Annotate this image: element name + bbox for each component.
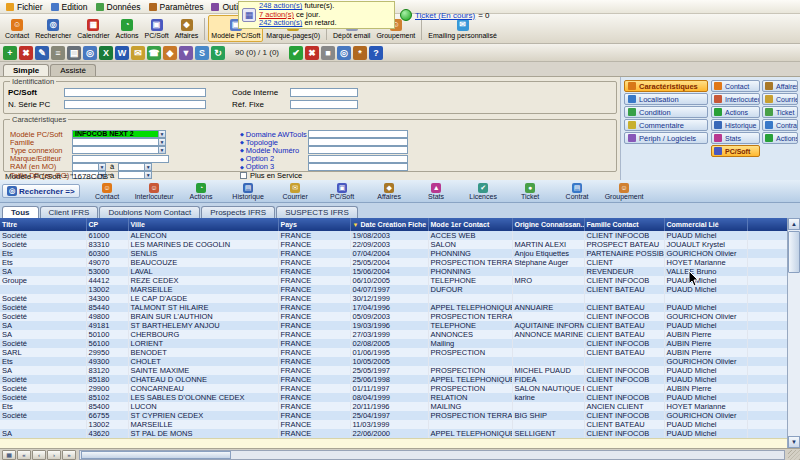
nav-link-contrat[interactable]: Contrat: [762, 119, 798, 131]
search-target-actions[interactable]: ◔Actions: [178, 181, 225, 202]
vscroll-thumb[interactable]: [788, 231, 800, 273]
scroll-up-icon[interactable]: ▲: [788, 218, 800, 230]
table-row[interactable]: SA83120SAINTE MAXIMEFRANCE25/05/1997PROS…: [0, 366, 787, 375]
table-row[interactable]: SA53000LAVALFRANCE15/06/2004PHONNINGREVE…: [0, 267, 787, 276]
panel-tab-condition[interactable]: Condition: [624, 106, 708, 118]
ref-fixe-input[interactable]: [290, 100, 358, 109]
excel-icon[interactable]: X: [99, 46, 113, 60]
chevron-down-icon[interactable]: ▼: [158, 138, 166, 146]
search-target-contrat[interactable]: ▤Contrat: [554, 181, 601, 202]
map-icon[interactable]: ◆: [163, 46, 177, 60]
table-row[interactable]: Ets49070BEAUCOUZEFRANCE25/05/2004PROSPEC…: [0, 258, 787, 267]
column-header-mode-1er-contact[interactable]: Mode 1er Contact: [428, 218, 512, 231]
column-header-cp[interactable]: CP: [86, 218, 128, 231]
settings-icon[interactable]: *: [353, 46, 367, 60]
nav-historique[interactable]: Historique: [711, 119, 760, 131]
nav-stats[interactable]: Stats: [711, 132, 760, 144]
toolbar-button-rechercher[interactable]: ◎Rechercher: [32, 15, 74, 42]
column-header-titre[interactable]: Titre: [0, 218, 86, 231]
list-tab-doublons-nom-contact[interactable]: Doublons Nom Contact: [99, 206, 200, 218]
panel-tab-localisation[interactable]: Localisation: [624, 93, 708, 105]
check-icon[interactable]: ✔: [289, 46, 303, 60]
table-row[interactable]: Société85102LES SABLES D'OLONNE CEDEXFRA…: [0, 393, 787, 402]
search-target-ticket[interactable]: ●Ticket: [507, 181, 554, 202]
toolbar-button-affaires[interactable]: ◆Affaires: [172, 15, 202, 42]
toolbar-button-contact[interactable]: ☺Contact: [2, 15, 32, 42]
table-row[interactable]: Ets85400LUCONFRANCE20/11/1996MAILINGANCI…: [0, 402, 787, 411]
list-tab-prospects-ifrs[interactable]: Prospects IFRS: [201, 206, 275, 218]
search-target-contact[interactable]: ☺Contact: [84, 181, 131, 202]
column-header-date-creation-fiche[interactable]: ▼Date Création Fiche: [350, 218, 428, 231]
table-row[interactable]: Ets60300SENLISFRANCE07/04/2004PHONNINGAn…: [0, 249, 787, 258]
horizontal-scrollbar[interactable]: [79, 450, 785, 460]
table-row[interactable]: Société83310LES MARINES DE COGOLINFRANCE…: [0, 240, 787, 249]
toolbar-button-calendrier[interactable]: ▦Calendrier: [74, 15, 112, 42]
table-row[interactable]: Société85180CHATEAU D OLONNEFRANCE25/06/…: [0, 375, 787, 384]
carac-field-combo[interactable]: ▼: [72, 138, 166, 146]
table-row[interactable]: 13002MARSEILLEFRANCE11/03/1999CLIENT BAT…: [0, 420, 787, 429]
toolbar-button-pc-soft[interactable]: ▣PC/Soft: [142, 15, 172, 42]
search-button[interactable]: ◎ Rechercher =>: [2, 184, 80, 198]
search-target-licences[interactable]: ✔Licences: [460, 181, 507, 202]
hscroll-thumb[interactable]: [81, 451, 231, 459]
table-row[interactable]: Société85440TALMONT ST HILAIREFRANCE17/0…: [0, 303, 787, 312]
carac-field-input[interactable]: [308, 130, 408, 138]
word-icon[interactable]: W: [115, 46, 129, 60]
email-icon[interactable]: ✉: [131, 46, 145, 60]
ticket-link[interactable]: Ticket (En cours): [415, 11, 475, 20]
chevron-down-icon[interactable]: ▼: [158, 130, 166, 138]
carac-field-input[interactable]: [308, 155, 408, 163]
nav-pc-soft[interactable]: PC/Soft: [711, 145, 760, 157]
column-header-famille-contact[interactable]: Famille Contact: [584, 218, 664, 231]
nav-actions[interactable]: Actions: [711, 106, 760, 118]
scroll-down-icon[interactable]: ▼: [788, 436, 800, 448]
table-row[interactable]: SA49181ST BARTHELEMY ANJOUFRANCE19/03/19…: [0, 321, 787, 330]
carac-field-input[interactable]: [308, 163, 408, 171]
table-row[interactable]: Société29900CONCARNEAUFRANCE01/11/1997PR…: [0, 384, 787, 393]
next-record-icon[interactable]: ›: [47, 450, 61, 460]
chevron-down-icon[interactable]: ▼: [144, 171, 152, 179]
table-row[interactable]: SARL29950BENODETFRANCE01/06/1995PROSPECT…: [0, 348, 787, 357]
zoom-icon[interactable]: ◎: [337, 46, 351, 60]
table-row[interactable]: Ets49300CHOLETFRANCE10/05/2005GOURICHON …: [0, 357, 787, 366]
delete-icon[interactable]: ✖: [19, 46, 33, 60]
carac-field-combo[interactable]: ▼: [72, 146, 166, 154]
search-target-courrier[interactable]: ✉Courrier: [272, 181, 319, 202]
carac-field-input[interactable]: [308, 146, 408, 154]
search-target-historique[interactable]: ▤Historique: [225, 181, 272, 202]
add-icon[interactable]: +: [3, 46, 17, 60]
carac-field-input[interactable]: [72, 155, 169, 163]
list-tab-client-ifrs[interactable]: Client IFRS: [40, 206, 99, 218]
edit-icon[interactable]: ✎: [35, 46, 49, 60]
refresh-icon[interactable]: ↻: [211, 46, 225, 60]
menu-item-donnees[interactable]: Données: [92, 0, 145, 13]
table-row[interactable]: 13002MARSEILLEFRANCE04/07/1997DUFOURCLIE…: [0, 285, 787, 294]
nav-link-ticket[interactable]: Ticket: [762, 106, 798, 118]
column-header-pays[interactable]: Pays: [278, 218, 350, 231]
code-interne-input[interactable]: [290, 88, 358, 97]
phone-icon[interactable]: ☎: [147, 46, 161, 60]
table-row[interactable]: Société56100LORIENTFRANCE02/08/2005Maili…: [0, 339, 787, 348]
table-row[interactable]: SA43620ST PAL DE MONSFRANCE22/06/2000APP…: [0, 429, 787, 438]
column-header-origine-connaissan[interactable]: Origine Connaissan...: [512, 218, 584, 231]
sort-icon[interactable]: S: [195, 46, 209, 60]
chevron-down-icon[interactable]: ▼: [98, 163, 106, 171]
vertical-scrollbar[interactable]: ▲ ▼: [787, 218, 800, 448]
chevron-down-icon[interactable]: ▼: [158, 146, 166, 154]
grid-menu-icon[interactable]: ▦: [2, 450, 16, 460]
table-row[interactable]: SA50100CHERBOURGFRANCE27/03/1999ANNONCES…: [0, 330, 787, 339]
panel-tab-caracteristiques[interactable]: Caractéristiques: [624, 80, 708, 92]
carac-field-combo[interactable]: INFOCOB NEXT 2▼: [72, 130, 166, 138]
range-combo[interactable]: ▼: [118, 171, 152, 179]
pcsoft-input[interactable]: [64, 88, 206, 97]
range-combo[interactable]: ▼: [72, 163, 106, 171]
menu-item-parametres[interactable]: Paramètres: [145, 0, 208, 13]
last-record-icon[interactable]: »: [62, 450, 76, 460]
late-actions-link[interactable]: 242 action(s): [259, 18, 302, 27]
view-tab-assiste[interactable]: Assisté: [50, 64, 96, 76]
menu-item-fichier[interactable]: Fichier: [2, 0, 47, 13]
table-row[interactable]: Société49800BRAIN SUR L'AUTHIONFRANCE05/…: [0, 312, 787, 321]
help-icon[interactable]: ?: [369, 46, 383, 60]
toolbar-button-actions[interactable]: ◔Actions: [113, 15, 142, 42]
cancel-icon[interactable]: ✖: [305, 46, 319, 60]
